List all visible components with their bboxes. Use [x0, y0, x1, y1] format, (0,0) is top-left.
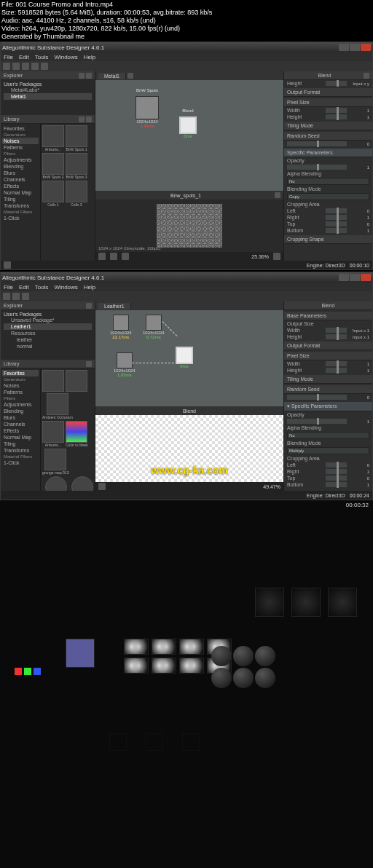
lib-normal-map[interactable]: Normal Map — [2, 189, 39, 196]
section-tiling[interactable]: Tiling Mode — [284, 375, 372, 384]
px-height-slider[interactable] — [326, 368, 347, 373]
panel-pin-icon[interactable] — [86, 303, 92, 309]
close-button[interactable] — [361, 44, 371, 51]
panel-close-icon[interactable] — [86, 117, 92, 122]
lib-item[interactable]: grunge map 013 — [42, 449, 68, 475]
lib-noises[interactable]: Noises — [2, 138, 39, 144]
new-icon[interactable] — [3, 293, 10, 300]
lib-blending[interactable]: Blending — [2, 408, 39, 414]
material-sphere[interactable] — [255, 668, 275, 688]
preview-canvas[interactable]: 1024 x 1024 (Greyscale, 16bpc) — [95, 200, 283, 252]
redo-icon[interactable] — [41, 63, 48, 70]
lib-1click[interactable]: 1-Click — [2, 215, 39, 221]
panel-pin-icon[interactable] — [86, 361, 92, 367]
menu-windows[interactable]: Windows — [54, 54, 77, 60]
panel-pin-icon[interactable] — [79, 73, 85, 79]
lib-patterns[interactable]: Patterns — [2, 389, 39, 395]
lib-blurs[interactable]: Blurs — [2, 170, 39, 176]
lib-noises[interactable]: Noises — [2, 382, 39, 389]
crop-top-slider[interactable] — [326, 221, 347, 226]
width-slider[interactable] — [326, 328, 347, 333]
lib-material-filters[interactable]: Material Filters — [2, 454, 39, 459]
lib-transforms[interactable]: Transforms — [2, 202, 39, 209]
menu-tools[interactable]: Tools — [35, 54, 49, 60]
minimize-button[interactable] — [339, 44, 349, 51]
undo-icon[interactable] — [31, 63, 39, 70]
package-item[interactable]: Unsaved Package* — [4, 317, 92, 323]
material-sphere[interactable] — [255, 646, 275, 666]
lib-normal-map[interactable]: Normal Map — [2, 434, 39, 441]
resources-folder[interactable]: Resources — [4, 330, 92, 336]
lib-effects[interactable]: Effects — [2, 183, 39, 189]
blend-mode-dropdown[interactable]: Copy — [287, 193, 369, 200]
menu-edit[interactable]: Edit — [19, 54, 29, 60]
package-item[interactable]: Metal4Labs* — [4, 87, 92, 93]
lib-item[interactable]: Anisotro... — [42, 421, 64, 447]
panel-menu-icon[interactable] — [275, 192, 280, 198]
lib-item[interactable]: Cells 1 — [42, 181, 64, 207]
menu-edit[interactable]: Edit — [19, 284, 29, 291]
close-button[interactable] — [361, 274, 371, 281]
lib-tiling[interactable]: Tiling — [2, 196, 39, 202]
lib-material-filters[interactable]: Material Filters — [2, 209, 39, 215]
open-icon[interactable] — [12, 63, 20, 70]
lib-generators[interactable]: Generators — [2, 376, 39, 382]
seed-slider[interactable] — [287, 395, 347, 400]
lib-effects[interactable]: Effects — [2, 427, 39, 434]
lib-blurs[interactable]: Blurs — [2, 414, 39, 421]
section-crop-shape[interactable]: Cropping Shape — [284, 235, 372, 244]
resource-item[interactable]: leather — [4, 336, 92, 343]
graph-item[interactable]: Metal1 — [4, 93, 92, 100]
node-bnw-spots[interactable]: BnW Spots 1024x1024 1.49ms — [136, 96, 159, 128]
height-slider[interactable] — [326, 81, 347, 86]
save-icon[interactable] — [22, 293, 29, 300]
crop-top-slider[interactable] — [326, 476, 347, 481]
section-specific[interactable]: ▾ Specific Parameters — [284, 402, 372, 411]
crop-left-slider[interactable] — [326, 208, 347, 213]
lib-item[interactable] — [42, 370, 64, 392]
packages-root[interactable]: User's Packages — [4, 82, 92, 87]
menu-file[interactable]: File — [4, 54, 13, 60]
node-blend[interactable]: Blend 0ms — [179, 117, 197, 138]
alpha-dropdown[interactable]: No — [287, 178, 369, 185]
tool-icon[interactable] — [98, 253, 106, 260]
menu-tools[interactable]: Tools — [35, 284, 49, 291]
menu-windows[interactable]: Windows — [54, 284, 77, 291]
node-input-2[interactable]: 1024x1024 0.72ms — [143, 315, 165, 339]
tool-icon[interactable] — [122, 253, 129, 260]
section-pixel-size[interactable]: Pixel Size — [284, 98, 372, 107]
height-slider2[interactable] — [326, 114, 347, 119]
opacity-slider[interactable] — [287, 165, 347, 170]
crop-bottom-slider[interactable] — [326, 482, 347, 487]
graph-canvas[interactable]: BnW Spots 1024x1024 1.49ms Blend 0ms — [95, 80, 283, 191]
brush-thumb[interactable] — [179, 639, 204, 655]
menu-help[interactable]: Help — [84, 54, 95, 60]
lib-item[interactable]: Color to Mask — [66, 421, 88, 447]
lib-item[interactable] — [66, 370, 87, 392]
material-sphere[interactable] — [211, 646, 232, 666]
node-input-1[interactable]: 1024x1024 22.17ms — [110, 315, 132, 339]
section-pixel-size[interactable]: Pixel Size — [284, 352, 372, 360]
brush-thumb[interactable] — [179, 658, 204, 674]
graph-tab[interactable]: Leather1 — [98, 303, 131, 309]
section-random-seed[interactable]: Random Seed — [284, 132, 372, 141]
crop-right-slider[interactable] — [326, 469, 347, 474]
panel-menu-icon[interactable] — [127, 73, 133, 79]
lib-patterns[interactable]: Patterns — [2, 144, 39, 151]
section-specific[interactable]: Specific Parameters — [284, 149, 372, 157]
seed-slider[interactable] — [287, 141, 347, 146]
node-bottom[interactable]: 1024x1024 1.03ms — [114, 352, 136, 377]
lib-item[interactable]: Shadows — [71, 476, 93, 491]
lib-item[interactable]: BnW Spots 3 — [66, 153, 87, 179]
material-sphere[interactable] — [233, 668, 254, 688]
panel-pin-icon[interactable] — [79, 117, 85, 122]
alpha-dropdown[interactable]: No — [287, 432, 369, 439]
lib-item[interactable]: BnW Spots 1 — [66, 125, 87, 151]
graph-tab[interactable]: Metal1 — [98, 73, 126, 79]
maximize-button[interactable] — [350, 274, 360, 281]
brush-thumb[interactable] — [124, 639, 149, 655]
lib-item[interactable]: Normal Combine — [42, 476, 70, 491]
crop-left-slider[interactable] — [326, 462, 347, 467]
graph-canvas[interactable]: 1024x1024 22.17ms 1024x1024 0.72ms 1024x… — [95, 310, 283, 406]
crop-bottom-slider[interactable] — [326, 228, 347, 233]
